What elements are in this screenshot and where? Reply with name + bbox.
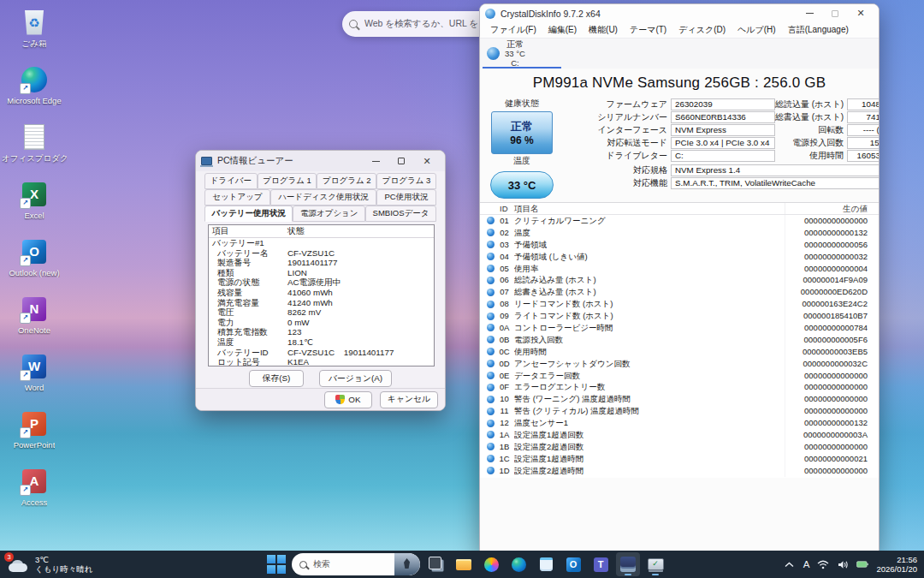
copilot-icon[interactable] [479,552,503,576]
tab[interactable]: 電源オプション [293,206,365,222]
outlook-icon[interactable]: Outlook (new) [2,233,67,290]
tab[interactable]: PC使用状況 [376,189,436,206]
cdi-titlebar[interactable]: CrystalDiskInfo 9.7.2 x64 ✕ [480,4,879,22]
desktop-icon-label: Microsoft Edge [7,96,61,105]
smart-row[interactable]: 01 クリティカルワーニング 00000000000000 [480,215,879,227]
smart-row[interactable]: 1B 設定温度2超過回数 00000000000000 [480,441,879,453]
edge-search-bar[interactable]: Web を検索するか、URL を入 [342,11,484,37]
smart-row[interactable]: 07 総書き込み量 (ホスト) 00000000ED620D [480,286,879,298]
widgets-weather-button[interactable]: 3 3℃ くもり時々晴れ [7,551,92,578]
smart-row[interactable]: 1A 設定温度1超過回数 0000000000003A [480,429,879,441]
edge-taskbar-icon[interactable] [506,552,530,576]
close-icon[interactable]: ✕ [848,5,874,22]
list-item[interactable]: バッテリー名 CF-VZSU1C [209,248,434,259]
crystaldiskinfo-taskbar-icon[interactable] [616,552,640,576]
close-icon[interactable]: ✕ [414,152,440,170]
save-button[interactable]: 保存(S) [249,370,304,387]
pc-info-viewer-taskbar-icon[interactable] [643,552,667,576]
smart-row[interactable]: 09 ライトコマンド数 (ホスト) 000000185410B7 [480,310,879,322]
smart-row[interactable]: 11 警告 (クリティカル) 温度超過時間 00000000000000 [480,405,879,417]
powerpoint-icon[interactable]: PowerPoint [2,405,67,462]
smart-row[interactable]: 0C 使用時間 00000000003EB5 [480,346,879,358]
ok-button[interactable]: OK [324,391,372,408]
list-item[interactable]: 電源の状態 AC電源使用中 [209,277,434,288]
tab[interactable]: プログラム 1 [258,173,317,189]
tab[interactable]: ドライバー [204,173,258,189]
status-dot-icon [487,384,495,391]
office-product-key-icon[interactable]: オフィスプロダクトキー [2,118,67,176]
smart-row[interactable]: 1D 設定温度2超過時間 00000000000000 [480,465,879,477]
menu-item[interactable]: 編集(E) [543,23,582,37]
excel-icon[interactable]: Excel [2,176,67,233]
list-item[interactable]: 残容量 41060 mWh [209,288,434,298]
edge-icon[interactable]: Microsoft Edge [2,61,67,118]
maximize-icon[interactable] [388,152,414,170]
menu-item[interactable]: ディスク(D) [673,23,731,37]
smart-row[interactable]: 1C 設定温度1超過時間 00000000000021 [480,453,879,465]
smart-row[interactable]: 0B 電源投入回数 000000000005F6 [480,334,879,346]
minimize-icon[interactable] [797,5,822,22]
list-item[interactable]: バッテリーID CF-VZSU1C 19011401177 [209,348,434,358]
task-view-icon[interactable] [424,552,448,576]
tab[interactable]: セットアップ [204,189,270,206]
temperature-button[interactable]: 33 °C [490,171,554,199]
teams-icon[interactable] [589,552,613,576]
smart-row[interactable]: 0E データエラー回数 00000000000000 [480,370,879,382]
smart-row[interactable]: 06 総読み込み量 (ホスト) 000000014F9A09 [480,274,879,286]
battery-icon[interactable] [856,557,868,571]
status-dot-icon [487,277,495,284]
list-item[interactable]: 電力 0 mW [209,318,434,328]
taskbar-search-box[interactable]: 検索 [292,553,420,575]
tray-overflow-chevron-icon[interactable] [784,557,796,571]
smart-row[interactable]: 10 警告 (ワーニング) 温度超過時間 00000000000000 [480,393,879,405]
list-item[interactable]: ロット記号 K1EA [209,357,434,366]
ime-mode-indicator[interactable]: A [803,559,810,569]
tab[interactable]: ハードディスク使用状況 [270,189,376,206]
tab[interactable]: バッテリー使用状況 [204,206,293,222]
tab[interactable]: SMBIOSデータ [365,206,436,222]
tab[interactable]: プログラム 3 [376,173,436,189]
smart-row[interactable]: 08 リードコマンド数 (ホスト) 000000163E24C2 [480,298,879,310]
version-button[interactable]: バージョン(A) [319,370,392,387]
outlook-taskbar-icon[interactable] [561,552,585,576]
start-button[interactable] [265,553,287,575]
recycle-bin-icon[interactable]: ごみ箱 [2,3,67,61]
cancel-button[interactable]: キャンセル [380,391,438,408]
smart-row[interactable]: 12 温度センサー1 00000000000132 [480,417,879,429]
list-item[interactable]: 温度 18.1℃ [209,337,434,348]
minimize-icon[interactable] [363,152,388,170]
menu-item[interactable]: ヘルプ(H) [732,23,781,37]
list-item[interactable]: 積算充電指数 123 [209,327,434,337]
smart-row[interactable]: 02 温度 00000000000132 [480,227,879,239]
smart-row[interactable]: 0F エラーログエントリー数 00000000000000 [480,381,879,393]
onenote-icon[interactable]: OneNote [2,290,67,348]
disk-tab-c[interactable]: 正常 33 °C C: [480,39,534,69]
menu-item[interactable]: 言語(Language) [783,23,854,37]
desktop-icon-label: ごみ箱 [22,39,47,50]
health-status-button[interactable]: 正常 96 % [491,111,553,154]
smart-row[interactable]: 0D アンセーフシャットダウン回数 0000000000032C [480,358,879,370]
status-dot-icon [487,229,495,236]
file-explorer-icon[interactable] [452,552,476,576]
smart-row[interactable]: 04 予備領域 (しきい値) 00000000000032 [480,251,879,263]
smart-row[interactable]: 0A コントローラービジー時間 00000000000784 [480,322,879,334]
wifi-icon[interactable] [817,557,829,571]
taskbar-clock[interactable]: 21:56 2026/01/20 [876,555,921,574]
word-icon[interactable]: Word [2,348,67,405]
menu-item[interactable]: ファイル(F) [485,23,542,37]
tab[interactable]: プログラム 2 [317,173,376,189]
edge-search-placeholder: Web を検索するか、URL を入 [364,18,477,30]
list-item[interactable]: 種類 LION [209,268,434,278]
pcinfo-titlebar[interactable]: PC情報ビューアー ✕ [196,151,445,171]
access-icon[interactable]: Access [2,462,67,520]
menu-item[interactable]: テーマ(T) [625,23,672,37]
volume-icon[interactable] [837,557,849,571]
list-item[interactable]: 製造番号 19011401177 [209,258,434,268]
list-item[interactable]: バッテリー#1 [209,238,434,248]
list-item[interactable]: 電圧 8262 mV [209,307,434,318]
smart-row[interactable]: 03 予備領域 00000000000056 [480,239,879,251]
microsoft-store-icon[interactable] [534,552,558,576]
smart-row[interactable]: 05 使用率 00000000000004 [480,263,879,275]
menu-item[interactable]: 機能(U) [583,23,623,37]
list-item[interactable]: 満充電容量 41240 mWh [209,298,434,308]
